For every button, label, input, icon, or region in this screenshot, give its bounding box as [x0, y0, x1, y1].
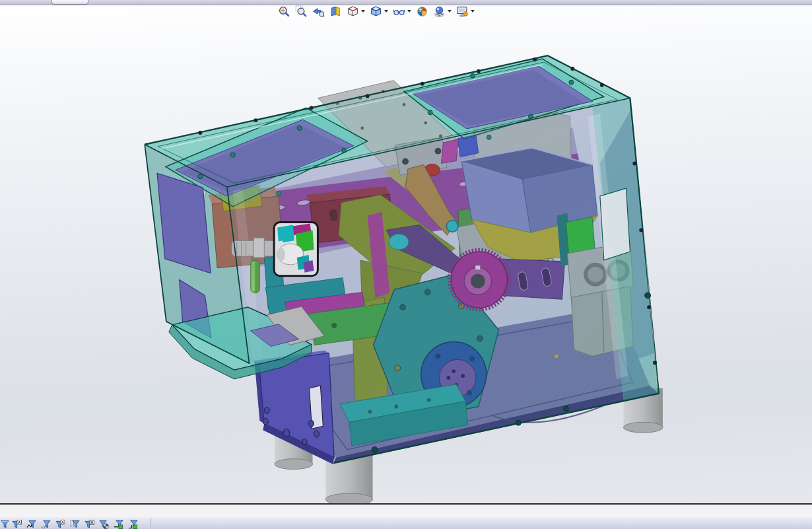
display-style-dropdown-arrow[interactable]	[384, 10, 388, 13]
view-settings-dropdown-arrow[interactable]	[471, 10, 475, 13]
filter-datum-targets-icon: A	[85, 519, 94, 529]
filter-cosmetic-threads-button[interactable]	[70, 519, 80, 529]
filter-decals-button[interactable]	[99, 519, 109, 529]
filter-routing-points-button[interactable]	[128, 519, 138, 529]
zoom-to-area-button[interactable]	[294, 4, 308, 18]
svg-text:A: A	[61, 520, 64, 524]
clear-all-filters-button[interactable]	[0, 519, 10, 529]
right-wall-window	[600, 188, 630, 260]
filter-notes-button[interactable]: A	[12, 519, 22, 529]
edit-appearance-icon	[416, 5, 428, 18]
zoom-to-area-icon	[295, 5, 308, 18]
display-style-icon	[370, 5, 382, 18]
lower-strip	[0, 505, 812, 518]
hide-show-items-button[interactable]	[391, 4, 406, 18]
filter-routing-points-icon	[128, 519, 138, 529]
filter-surface-finish-symbols-button[interactable]	[41, 519, 51, 529]
view-orientation-button[interactable]	[345, 4, 360, 18]
zoom-to-fit-button[interactable]	[277, 4, 291, 18]
status-bar: A A	[0, 517, 812, 529]
3d-model-assembly	[0, 5, 812, 503]
apply-scene-icon	[433, 5, 446, 18]
view-orientation-icon	[347, 5, 359, 18]
previous-view-icon	[312, 5, 325, 18]
hide-show-items-dropdown-arrow[interactable]	[407, 10, 411, 13]
display-style-button[interactable]	[368, 4, 383, 18]
heads-up-view-toolbar	[275, 3, 477, 19]
section-view-icon	[329, 5, 342, 18]
filter-datum-targets-button[interactable]: A	[85, 519, 94, 529]
menu-collapsed-tab[interactable]	[51, 0, 88, 5]
clear-all-filters-icon	[0, 519, 10, 529]
section-view-button[interactable]	[328, 4, 343, 18]
hide-show-items-icon	[393, 5, 405, 18]
cad-application-window: A A	[0, 0, 812, 529]
svg-text:A: A	[18, 520, 20, 524]
view-settings-button[interactable]	[455, 4, 469, 18]
svg-text:A: A	[90, 520, 93, 524]
left-face-window-upper	[157, 173, 211, 273]
toolbar-separator	[150, 518, 151, 528]
edit-appearance-button[interactable]	[415, 4, 429, 18]
filter-connection-points-icon	[114, 519, 123, 529]
filter-weld-symbols-icon	[26, 519, 36, 529]
view-settings-icon	[456, 5, 469, 18]
filter-weld-symbols-button[interactable]	[26, 519, 36, 529]
filter-cosmetic-threads-icon	[70, 519, 80, 529]
previous-view-button[interactable]	[311, 4, 325, 18]
filter-connection-points-button[interactable]	[114, 519, 123, 529]
filter-notes-icon: A	[12, 519, 22, 529]
view-orientation-dropdown-arrow[interactable]	[361, 10, 365, 13]
apply-scene-dropdown-arrow[interactable]	[448, 10, 452, 13]
graphics-viewport[interactable]	[0, 5, 812, 503]
filter-balloons-icon: A	[55, 519, 65, 529]
apply-scene-button[interactable]	[432, 4, 446, 18]
zoom-to-fit-icon	[278, 5, 290, 18]
filter-surface-finish-symbols-icon	[41, 519, 51, 529]
filter-balloons-button[interactable]: A	[55, 519, 65, 529]
filter-decals-icon	[99, 519, 109, 529]
